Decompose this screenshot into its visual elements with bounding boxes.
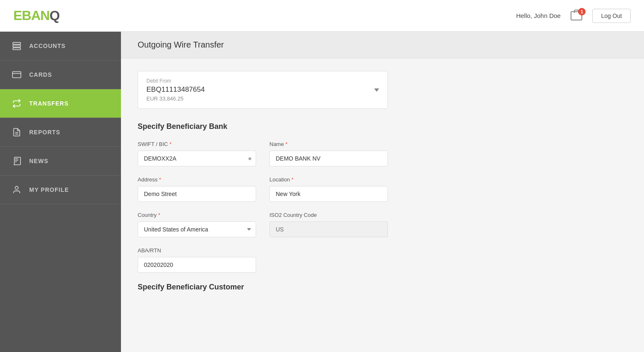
address-label: Address *	[138, 176, 256, 183]
notification-badge: 1	[578, 8, 586, 15]
aba-input[interactable]	[138, 257, 256, 273]
reports-icon	[12, 127, 22, 137]
sidebar-item-myprofile[interactable]: MY PROFILE	[0, 176, 121, 204]
form-row-aba: ABA/RTN	[138, 247, 388, 273]
form-group-iso2: ISO2 Country Code	[269, 212, 388, 237]
form-row-country-iso: Country * United States of America Unite…	[138, 212, 388, 237]
sidebar-item-transfers[interactable]: TRANSFERS	[0, 89, 121, 118]
page-body: Debit From EBQ11113487654 EUR 33,846.25 …	[121, 58, 405, 314]
svg-rect-1	[13, 45, 20, 47]
swift-input-wrap: ●	[138, 151, 256, 166]
name-label: Name *	[269, 141, 388, 147]
name-required: *	[285, 141, 287, 147]
sidebar-label-reports: REPORTS	[29, 129, 60, 136]
topbar-right: Hello, John Doe 1 Log Out	[516, 9, 631, 23]
swift-required: *	[169, 141, 171, 147]
form-group-swift: SWIFT / BIC * ●	[138, 141, 256, 166]
country-select-wrap: United States of America United Kingdom …	[138, 221, 256, 237]
address-required: *	[159, 176, 161, 183]
debit-card-info: Debit From EBQ11113487654 EUR 33,846.25	[146, 78, 205, 102]
page-header: Outgoing Wire Transfer	[121, 32, 644, 58]
form-row-address-location: Address * Location *	[138, 176, 388, 202]
sidebar-item-accounts[interactable]: ACCOUNTS	[0, 32, 121, 60]
svg-rect-3	[13, 72, 21, 78]
iso2-input	[269, 221, 388, 237]
accounts-icon	[12, 41, 22, 51]
swift-label: SWIFT / BIC *	[138, 141, 256, 147]
debit-chevron-down-icon	[374, 88, 379, 92]
sidebar-item-cards[interactable]: CARDS	[0, 60, 121, 89]
swift-input[interactable]	[138, 151, 256, 166]
notification-bell[interactable]: 1	[571, 11, 582, 20]
name-input[interactable]	[269, 151, 388, 166]
profile-icon	[12, 185, 22, 195]
main-layout: ACCOUNTS CARDS TRANSFERS	[0, 32, 644, 352]
svg-point-10	[15, 186, 18, 189]
form-group-location: Location *	[269, 176, 388, 202]
calendar-icon: ●	[248, 155, 252, 162]
location-label: Location *	[269, 176, 388, 183]
logo: EBANQ	[13, 8, 60, 23]
sidebar-label-cards: CARDS	[29, 71, 52, 78]
sidebar: ACCOUNTS CARDS TRANSFERS	[0, 32, 121, 352]
cards-icon	[12, 70, 22, 80]
debit-from-card[interactable]: Debit From EBQ11113487654 EUR 33,846.25	[138, 71, 388, 109]
address-input[interactable]	[138, 186, 256, 202]
location-input[interactable]	[269, 186, 388, 202]
form-group-name: Name *	[269, 141, 388, 166]
form-group-aba: ABA/RTN	[138, 247, 256, 273]
section-beneficiary-bank-title: Specify Beneficiary Bank	[138, 122, 388, 131]
form-group-country: Country * United States of America Unite…	[138, 212, 256, 237]
country-required: *	[158, 212, 160, 218]
sidebar-label-transfers: TRANSFERS	[29, 100, 69, 107]
sidebar-item-news[interactable]: NEWS	[0, 147, 121, 176]
country-label: Country *	[138, 212, 256, 218]
debit-account-number: EBQ11113487654	[146, 85, 205, 94]
transfers-icon	[12, 98, 22, 108]
form-group-address: Address *	[138, 176, 256, 202]
debit-from-label: Debit From	[146, 78, 205, 84]
svg-rect-0	[13, 43, 20, 45]
aba-label: ABA/RTN	[138, 247, 256, 254]
section-beneficiary-customer-title: Specify Beneficiary Customer	[138, 283, 388, 292]
location-required: *	[292, 176, 294, 183]
greeting-text: Hello, John Doe	[516, 12, 561, 19]
iso2-label: ISO2 Country Code	[269, 212, 388, 218]
topbar: EBANQ Hello, John Doe 1 Log Out	[0, 0, 644, 32]
sidebar-label-accounts: ACCOUNTS	[29, 43, 65, 49]
news-icon	[12, 156, 22, 166]
logo-text: EBANQ	[13, 8, 60, 23]
logout-button[interactable]: Log Out	[592, 9, 631, 23]
debit-balance: EUR 33,846.25	[146, 96, 205, 102]
page-title: Outgoing Wire Transfer	[138, 40, 627, 50]
sidebar-item-reports[interactable]: REPORTS	[0, 118, 121, 147]
sidebar-label-news: NEWS	[29, 158, 48, 164]
svg-rect-2	[13, 48, 20, 50]
form-row-swift-name: SWIFT / BIC * ● Name *	[138, 141, 388, 166]
content-area: Outgoing Wire Transfer Debit From EBQ111…	[121, 32, 644, 352]
sidebar-label-myprofile: MY PROFILE	[29, 186, 69, 193]
country-select[interactable]: United States of America United Kingdom …	[138, 221, 256, 237]
